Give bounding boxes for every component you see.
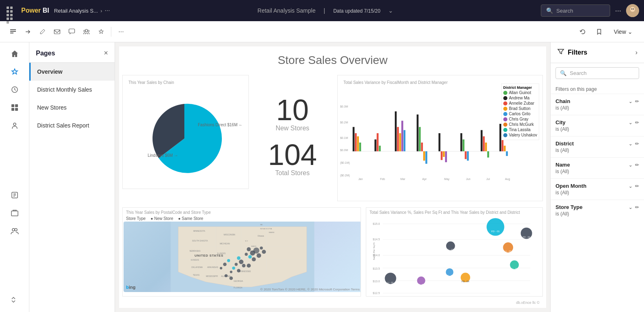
report-title-area: Retail Analysis Sample | Data updated 7/… (115, 7, 536, 14)
svg-rect-53 (443, 151, 445, 157)
breadcrumb-more[interactable]: ··· (104, 7, 110, 14)
more-options-button[interactable]: ··· (115, 25, 128, 38)
svg-text:MICHIGAN: MICHIGAN (220, 243, 230, 245)
sidebar-home-icon[interactable] (7, 46, 23, 62)
chevron-down-icon[interactable]: ⌄ (388, 7, 393, 14)
filter-chevron-icon[interactable]: ⌄ (629, 120, 633, 125)
dm-legend-item: Chris Gray (503, 117, 537, 121)
svg-point-105 (245, 253, 248, 256)
reading-view-button[interactable] (7, 25, 20, 38)
filter-search[interactable]: 🔍 Search (555, 67, 639, 79)
bing-logo: bing (126, 285, 135, 290)
svg-point-121 (229, 277, 233, 280)
mail-button[interactable] (51, 25, 64, 38)
svg-text:$13.5: $13.5 (373, 267, 380, 270)
svg-rect-14 (11, 104, 14, 107)
page-item-overview[interactable]: Overview (29, 63, 115, 81)
svg-point-21 (12, 229, 15, 231)
svg-rect-54 (445, 151, 447, 162)
pie-chart-section: This Year Sales by Chain Fashions Direct… (122, 75, 249, 189)
bar-group-jun: Jun (460, 133, 471, 180)
dm-legend-item: Carlos Grilo (503, 112, 537, 116)
star-button[interactable] (95, 25, 108, 38)
edit-button[interactable] (36, 25, 49, 38)
search-box-nav[interactable]: 🔍 Search (541, 4, 610, 17)
filter-edit-icon[interactable]: ✏ (635, 162, 639, 168)
map-svg: MINNESOTA SOUTH DAKOTA WISCONSIN MICHIGA… (124, 222, 361, 292)
view-button[interactable]: View ⌄ (609, 26, 637, 37)
svg-point-22 (15, 229, 17, 231)
arrow-right-button[interactable] (21, 25, 34, 38)
power-bi-logo: Power BI (21, 7, 49, 14)
sidebar-people-icon[interactable] (7, 117, 23, 134)
svg-text:LI - 03: LI - 03 (505, 250, 511, 253)
team-button[interactable] (80, 25, 93, 38)
title-separator: | (324, 7, 325, 14)
page-item-district-sales[interactable]: District Sales Report (29, 116, 115, 134)
svg-text:UNITED STATES: UNITED STATES (195, 254, 224, 258)
bookmark-button[interactable] (593, 25, 606, 38)
svg-text:LI - 04: LI - 04 (418, 283, 424, 286)
svg-rect-36 (377, 133, 379, 151)
filter-edit-icon[interactable]: ✏ (635, 204, 639, 210)
svg-text:Mar: Mar (401, 178, 406, 180)
svg-text:LI - 05: LI - 05 (511, 268, 518, 270)
sidebar-workspace-icon[interactable] (7, 205, 23, 221)
filter-district: District ⌄ ✏ is (All) (551, 136, 644, 157)
svg-rect-39 (395, 111, 397, 151)
filter-edit-icon[interactable]: ✏ (635, 183, 639, 189)
svg-text:MASS.: MASS. (251, 245, 257, 247)
svg-rect-57 (463, 139, 465, 151)
kpi-total-stores-value: 104 (254, 140, 331, 169)
page-item-new-stores[interactable]: New Stores (29, 99, 115, 116)
app-grid-icon[interactable] (5, 5, 16, 16)
map-title: This Year Sales by PostalCode and Store … (123, 208, 361, 215)
chat-button[interactable] (65, 25, 78, 38)
filter-chevron-icon[interactable]: ⌄ (629, 204, 633, 210)
filter-chevron-icon[interactable]: ⌄ (629, 141, 633, 147)
svg-point-102 (248, 255, 252, 259)
svg-text:$13.0: $13.0 (373, 280, 380, 283)
svg-text:NOVA SCOTIA: NOVA SCOTIA (260, 228, 272, 230)
svg-text:NEBRASKA: NEBRASKA (190, 250, 201, 252)
data-updated: Data updated 7/15/20 (333, 8, 380, 14)
sidebar-expand-icon[interactable] (7, 292, 23, 309)
svg-point-11 (84, 30, 85, 32)
map-background: MINNESOTA SOUTH DAKOTA WISCONSIN MICHIGA… (124, 222, 361, 292)
svg-rect-35 (374, 139, 376, 151)
pages-close-button[interactable]: × (104, 49, 108, 57)
filter-chevron-icon[interactable]: ⌄ (629, 183, 633, 189)
nav-more-button[interactable]: ··· (615, 7, 621, 15)
svg-text:OKLAHOMA: OKLAHOMA (191, 266, 203, 268)
dm-legend-title: District Manager (503, 86, 537, 90)
sidebar-recent-icon[interactable] (7, 81, 23, 98)
filter-edit-icon[interactable]: ✏ (635, 120, 639, 125)
sidebar-groups-icon[interactable] (7, 223, 23, 239)
page-item-district-monthly[interactable]: District Monthly Sales (29, 81, 115, 99)
bar-group-mar: Mar (395, 111, 405, 180)
undo-button[interactable] (576, 25, 589, 38)
map-section: This Year Sales by PostalCode and Store … (122, 207, 361, 297)
svg-point-112 (232, 267, 235, 270)
kpi-new-stores-label: New Stores (254, 125, 331, 132)
filter-edit-icon[interactable]: ✏ (635, 141, 639, 147)
filter-funnel-icon (557, 48, 564, 57)
dm-legend-item: Annelie Zubar (503, 101, 537, 105)
breadcrumb-text[interactable]: Retail Analysis S... (54, 8, 98, 14)
sidebar-learn-icon[interactable] (7, 187, 23, 203)
svg-text:MINNESOTA: MINNESOTA (193, 230, 206, 232)
filter-chevron-icon[interactable]: ⌄ (629, 99, 633, 104)
filter-edit-icon[interactable]: ✏ (635, 99, 639, 104)
svg-text:WISCONSIN: WISCONSIN (224, 234, 235, 236)
avatar[interactable] (626, 4, 639, 17)
dm-legend-item: Brad Sutton (503, 106, 537, 111)
filters-expand-button[interactable]: › (635, 49, 637, 56)
sidebar-apps-icon[interactable] (7, 99, 23, 116)
svg-text:ARKANSAS: ARKANSAS (207, 266, 219, 268)
sidebar-favorites-icon[interactable] (7, 64, 23, 80)
toolbar-divider (111, 27, 111, 37)
filter-chevron-icon[interactable]: ⌄ (629, 162, 633, 168)
bar-group-may: May (438, 133, 449, 181)
pie-chart: Fashions Direct $16M ← Lindseys $6M → (125, 86, 243, 183)
page-title: Store Sales Overview (119, 54, 546, 67)
